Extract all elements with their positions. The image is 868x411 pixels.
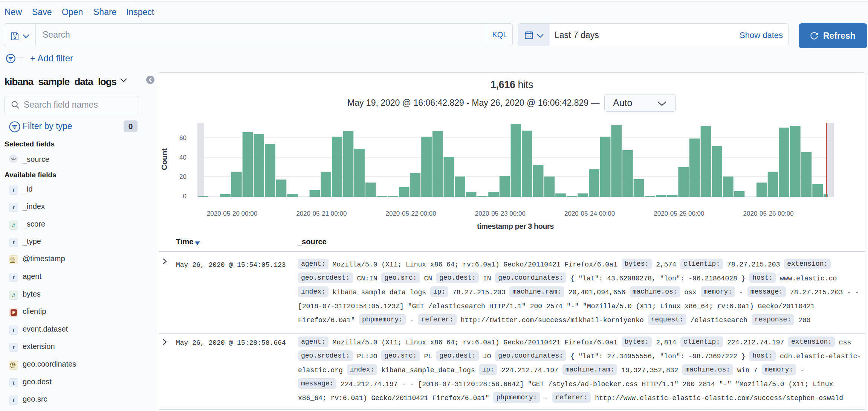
- svg-text:2020-05-21 00:00: 2020-05-21 00:00: [296, 210, 347, 217]
- svg-text:Count: Count: [160, 148, 168, 170]
- svg-text:2020-05-25 00:00: 2020-05-25 00:00: [654, 210, 704, 217]
- svg-text:0: 0: [183, 193, 186, 200]
- svg-text:60: 60: [179, 134, 186, 142]
- svg-text:2020-05-26 00:00: 2020-05-26 00:00: [743, 210, 794, 217]
- svg-text:2020-05-22 00:00: 2020-05-22 00:00: [385, 210, 436, 217]
- svg-text:2020-05-23 00:00: 2020-05-23 00:00: [475, 210, 526, 217]
- svg-text:2020-05-24 00:00: 2020-05-24 00:00: [564, 210, 615, 217]
- svg-text:timestamp per 3 hours: timestamp per 3 hours: [477, 222, 554, 230]
- svg-text:2020-05-20 00:00: 2020-05-20 00:00: [207, 210, 257, 217]
- svg-text:40: 40: [179, 154, 186, 161]
- svg-text:20: 20: [179, 173, 186, 180]
